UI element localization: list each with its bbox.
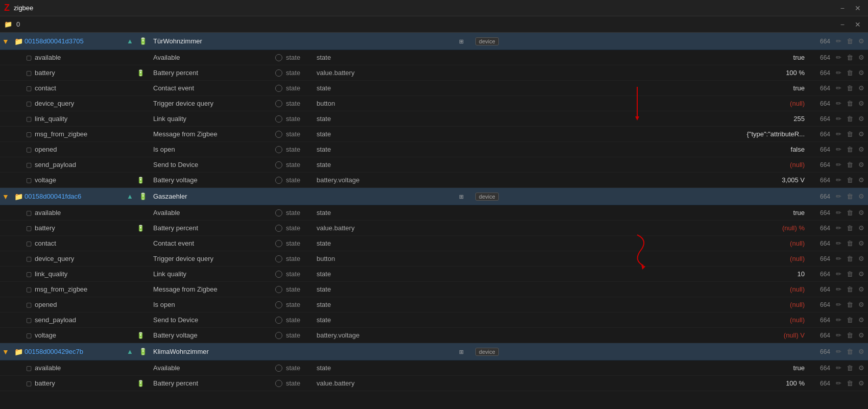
settings-button[interactable]: ⚙ xyxy=(857,208,866,217)
settings-button[interactable]: ⚙ xyxy=(857,130,866,138)
edit-button[interactable]: ✏ xyxy=(834,300,843,309)
edit-button[interactable]: ✏ xyxy=(834,99,843,108)
delete-button[interactable]: 🗑 xyxy=(845,254,855,263)
flow-close-button[interactable]: ✕ xyxy=(852,19,864,30)
settings-button[interactable]: ⚙ xyxy=(857,300,866,309)
delete-button[interactable]: 🗑 xyxy=(845,270,855,278)
settings-button[interactable]: ⚙ xyxy=(857,379,866,388)
settings-button[interactable]: ⚙ xyxy=(857,53,866,62)
delete-button[interactable]: 🗑 xyxy=(845,347,855,356)
edit-button[interactable]: ✏ xyxy=(834,84,843,92)
edit-button[interactable]: ✏ xyxy=(834,37,843,45)
expand-icon[interactable]: ▼ xyxy=(2,193,12,201)
edit-button[interactable]: ✏ xyxy=(834,270,843,278)
delete-button[interactable]: 🗑 xyxy=(845,208,855,217)
expand-icon[interactable]: ▼ xyxy=(2,348,12,356)
settings-button[interactable]: ⚙ xyxy=(857,37,866,45)
settings-button[interactable]: ⚙ xyxy=(857,254,866,263)
delete-button[interactable]: 🗑 xyxy=(845,192,855,201)
node-label: Battery percent xyxy=(149,69,272,77)
node-bat-icon: 🔋 xyxy=(137,224,149,232)
settings-button[interactable]: ⚙ xyxy=(857,316,866,324)
delete-button[interactable]: 🗑 xyxy=(845,130,855,138)
device-header[interactable]: ▼ 📁 00158d00041fdac6 ▲ 🔋 Gaszaehler ⊞ de… xyxy=(0,188,868,205)
delete-button[interactable]: 🗑 xyxy=(845,285,855,294)
settings-button[interactable]: ⚙ xyxy=(857,239,866,248)
settings-button[interactable]: ⚙ xyxy=(857,68,866,77)
settings-button[interactable]: ⚙ xyxy=(857,364,866,372)
settings-button[interactable]: ⚙ xyxy=(857,270,866,278)
settings-button[interactable]: ⚙ xyxy=(857,176,866,184)
edit-button[interactable]: ✏ xyxy=(834,192,843,201)
delete-button[interactable]: 🗑 xyxy=(845,176,855,184)
settings-button[interactable]: ⚙ xyxy=(857,347,866,356)
device-header[interactable]: ▼ 📁 00158d000429ec7b ▲ 🔋 KlimaWohnzimmer… xyxy=(0,343,868,360)
minimize-button[interactable]: − xyxy=(837,3,848,13)
edit-button[interactable]: ✏ xyxy=(834,331,843,340)
close-button[interactable]: ✕ xyxy=(852,3,864,13)
settings-button[interactable]: ⚙ xyxy=(857,114,866,123)
delete-button[interactable]: 🗑 xyxy=(845,37,855,45)
node-bat-icon: 🔋 xyxy=(137,331,149,339)
node-row: ▢ battery 🔋 Battery percent state value.… xyxy=(0,376,868,391)
settings-button[interactable]: ⚙ xyxy=(857,160,866,169)
edit-button[interactable]: ✏ xyxy=(834,254,843,263)
delete-button[interactable]: 🗑 xyxy=(845,68,855,77)
state-value-label: state xyxy=(317,115,398,123)
delete-button[interactable]: 🗑 xyxy=(845,99,855,108)
delete-button[interactable]: 🗑 xyxy=(845,160,855,169)
node-row: ▢ msg_from_zigbee Message from Zigbee st… xyxy=(0,282,868,297)
node-num: 664 xyxy=(805,100,830,107)
edit-button[interactable]: ✏ xyxy=(834,176,843,184)
node-actions: ✏ 🗑 ⚙ xyxy=(830,99,866,108)
node-row: ▢ battery 🔋 Battery percent state value.… xyxy=(0,65,868,81)
node-name: send_payload xyxy=(35,161,137,169)
delete-button[interactable]: 🗑 xyxy=(845,53,855,62)
state-circle-icon xyxy=(272,380,286,387)
edit-button[interactable]: ✏ xyxy=(834,145,843,154)
delete-button[interactable]: 🗑 xyxy=(845,316,855,324)
state-type-label: state xyxy=(286,115,317,123)
state-circle-icon xyxy=(272,100,286,107)
edit-button[interactable]: ✏ xyxy=(834,208,843,217)
state-value-label: value.battery xyxy=(317,69,398,77)
flow-minimize-button[interactable]: − xyxy=(837,19,848,30)
edit-button[interactable]: ✏ xyxy=(834,285,843,294)
device-header[interactable]: ▼ 📁 00158d00041d3705 ▲ 🔋 TürWohnzimmer ⊞… xyxy=(0,33,868,50)
edit-button[interactable]: ✏ xyxy=(834,224,843,232)
expand-icon[interactable]: ▼ xyxy=(2,37,12,45)
edit-button[interactable]: ✏ xyxy=(834,68,843,77)
edit-button[interactable]: ✏ xyxy=(834,364,843,372)
edit-button[interactable]: ✏ xyxy=(834,114,843,123)
settings-button[interactable]: ⚙ xyxy=(857,145,866,154)
edit-button[interactable]: ✏ xyxy=(834,239,843,248)
delete-button[interactable]: 🗑 xyxy=(845,331,855,340)
settings-button[interactable]: ⚙ xyxy=(857,285,866,294)
delete-button[interactable]: 🗑 xyxy=(845,379,855,388)
settings-button[interactable]: ⚙ xyxy=(857,99,866,108)
edit-button[interactable]: ✏ xyxy=(834,347,843,356)
delete-button[interactable]: 🗑 xyxy=(845,84,855,92)
settings-button[interactable]: ⚙ xyxy=(857,192,866,201)
edit-button[interactable]: ✏ xyxy=(834,160,843,169)
state-circle-icon xyxy=(272,240,286,247)
node-row: ▢ contact Contact event state state (nul… xyxy=(0,236,868,251)
node-label: Battery voltage xyxy=(149,331,272,339)
state-circle-icon xyxy=(272,131,286,138)
node-bat-icon: 🔋 xyxy=(137,379,149,387)
delete-button[interactable]: 🗑 xyxy=(845,300,855,309)
settings-button[interactable]: ⚙ xyxy=(857,84,866,92)
delete-button[interactable]: 🗑 xyxy=(845,239,855,248)
delete-button[interactable]: 🗑 xyxy=(845,145,855,154)
delete-button[interactable]: 🗑 xyxy=(845,224,855,232)
settings-button[interactable]: ⚙ xyxy=(857,224,866,232)
settings-button[interactable]: ⚙ xyxy=(857,331,866,340)
delete-button[interactable]: 🗑 xyxy=(845,114,855,123)
edit-button[interactable]: ✏ xyxy=(834,316,843,324)
edit-button[interactable]: ✏ xyxy=(834,53,843,62)
state-type-label: state xyxy=(286,146,317,153)
folder-icon: 📁 xyxy=(12,348,25,356)
delete-button[interactable]: 🗑 xyxy=(845,364,855,372)
edit-button[interactable]: ✏ xyxy=(834,130,843,138)
edit-button[interactable]: ✏ xyxy=(834,379,843,388)
